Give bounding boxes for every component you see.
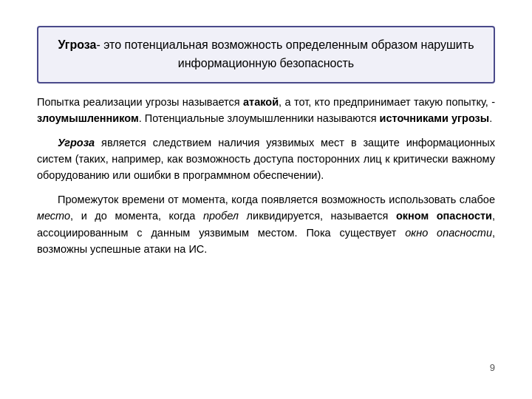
term-okno-opasnosti-2: окно опасности <box>405 227 492 239</box>
term-mesto: место <box>37 210 70 222</box>
paragraph-3: Промежуток времени от момента, когда поя… <box>37 191 495 258</box>
page-number: 9 <box>37 359 495 373</box>
paragraph-1: Попытка реализации угрозы называется ата… <box>37 94 495 127</box>
term-ugroza: Угроза <box>58 137 95 149</box>
term-zloumyshlennik: злоумышленником <box>37 112 139 124</box>
title-box: Угроза- это потенциальная возможность оп… <box>37 26 495 83</box>
content-area: Попытка реализации угрозы называется ата… <box>37 94 495 349</box>
slide: Угроза- это потенциальная возможность оп… <box>15 11 517 388</box>
title-text: Угроза- это потенциальная возможность оп… <box>58 38 474 69</box>
term-atakoy: атакой <box>243 96 279 108</box>
term-probel: пробел <box>203 210 239 222</box>
paragraph-2: Угроза является следствием наличия уязви… <box>37 134 495 184</box>
title-suffix: - это потенциальная возможность определе… <box>97 38 474 69</box>
term-okno-opasnosti: окном опасности <box>396 210 492 222</box>
title-bold-term: Угроза <box>58 38 97 51</box>
term-istochniki: источниками угрозы <box>380 112 490 124</box>
